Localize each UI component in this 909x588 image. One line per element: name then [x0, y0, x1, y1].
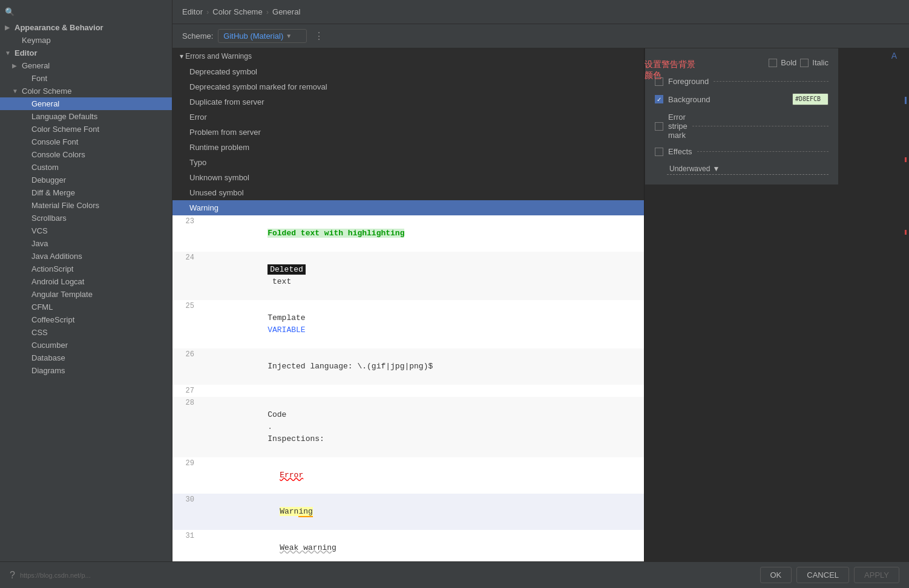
sidebar-item-label: Appearance & Behavior — [15, 23, 103, 32]
preview-code: 23 Folded text with highlighting 24 Dele… — [172, 215, 644, 561]
sidebar-item-diff-merge[interactable]: Diff & Merge — [0, 186, 172, 199]
list-item-deprecated-symbol-removal[interactable]: Deprecated symbol marked for removal — [172, 79, 644, 94]
status-url: https://blog.csdn.net/p... — [20, 572, 91, 579]
code-line-27: 27 — [172, 385, 644, 397]
list-item-problem-from-server[interactable]: Problem from server — [172, 125, 644, 140]
list-item-runtime-problem[interactable]: Runtime problem — [172, 140, 644, 155]
bold-checkbox[interactable] — [769, 59, 777, 67]
sidebar-item-label: CSS — [31, 328, 48, 337]
bold-wrap: Bold — [769, 58, 796, 67]
sidebar-item-language-defaults[interactable]: Language Defaults — [0, 110, 172, 123]
line-content: Weak warning — [202, 530, 639, 561]
line-number: 27 — [177, 385, 194, 397]
sidebar-item-scrollbars[interactable]: Scrollbars — [0, 212, 172, 224]
sidebar-item-custom[interactable]: Custom — [0, 161, 172, 174]
list-item-unused-symbol[interactable]: Unused symbol — [172, 185, 644, 200]
sidebar-item-java-additions[interactable]: Java Additions — [0, 250, 172, 263]
foreground-divider — [714, 81, 829, 82]
list-item-typo[interactable]: Typo — [172, 155, 644, 170]
sidebar-item-actionscript[interactable]: ActionScript — [0, 263, 172, 275]
help-icon[interactable]: ? — [10, 570, 15, 581]
sidebar-item-keymap[interactable]: Keymap — [0, 34, 172, 47]
sidebar-item-label: Java — [31, 239, 48, 248]
bottom-left: ? https://blog.csdn.net/p... — [10, 570, 91, 581]
code-line-23: 23 Folded text with highlighting — [172, 215, 644, 252]
sidebar-item-editor[interactable]: ▼ Editor — [0, 47, 172, 59]
sidebar-item-cucumber[interactable]: Cucumber — [0, 339, 172, 351]
foreground-checkbox[interactable] — [655, 77, 663, 86]
sidebar-item-appearance[interactable]: ▶ Appearance & Behavior — [0, 21, 172, 34]
list-item-warning[interactable]: Warning — [172, 200, 644, 215]
right-panel-top: Bold Italic — [655, 58, 829, 67]
section-header-label: ▾ Errors and Warnings — [180, 52, 252, 60]
background-checkbox[interactable] — [655, 95, 663, 103]
code-line-25: 25 Template VARIABLE — [172, 300, 644, 348]
error-stripe-checkbox[interactable] — [655, 122, 663, 131]
list-item-label: Error — [189, 113, 207, 122]
line-number: 25 — [177, 300, 194, 312]
list-item-error[interactable]: Error — [172, 109, 644, 125]
variable-text: VARIABLE — [267, 325, 305, 335]
sidebar-item-coffeescript[interactable]: CoffeeScript — [0, 313, 172, 326]
sidebar-item-label: Scrollbars — [31, 214, 67, 223]
scheme-dropdown[interactable]: GitHub (Material) ▼ — [218, 29, 307, 43]
code-text: Code — [267, 410, 286, 419]
sidebar-item-label: Color Scheme Font — [31, 125, 99, 134]
effects-checkbox[interactable] — [655, 148, 663, 156]
sidebar-item-database[interactable]: Database — [0, 351, 172, 364]
effects-dropdown[interactable]: Underwaved ▼ — [667, 163, 829, 175]
cancel-button[interactable]: CANCEL — [796, 567, 849, 583]
scheme-menu-icon[interactable]: ⋮ — [312, 29, 326, 43]
list-item-duplicate-from-server[interactable]: Duplicate from server — [172, 94, 644, 109]
line-content: Code . Inspections: — [202, 397, 639, 457]
sidebar-item-label: ActionScript — [31, 264, 73, 273]
sidebar-item-label: Console Colors — [31, 150, 85, 159]
background-row: Background #D8EFCB — [655, 93, 829, 105]
list-item-label: Deprecated symbol — [189, 67, 257, 76]
code-line-28: 28 Code . Inspections: — [172, 397, 644, 457]
sidebar-item-label: VCS — [31, 226, 48, 235]
search-icon: 🔍 — [5, 7, 15, 16]
code-text: Folded text with highlighting — [267, 229, 404, 238]
background-color-swatch[interactable]: #D8EFCB — [792, 93, 829, 105]
sidebar-item-diagrams[interactable]: Diagrams — [0, 364, 172, 377]
list-item-label: Problem from server — [189, 128, 261, 137]
list-section-header[interactable]: ▾ Errors and Warnings — [172, 48, 644, 64]
sidebar-item-debugger[interactable]: Debugger — [0, 174, 172, 186]
list-item-deprecated-symbol[interactable]: Deprecated symbol — [172, 64, 644, 79]
list-item-unknown-symbol[interactable]: Unknown symbol — [172, 170, 644, 185]
sidebar-item-android-logcat[interactable]: Android Logcat — [0, 275, 172, 288]
scrollbar-area[interactable] — [902, 85, 909, 561]
chevron-right-icon: ▶ — [12, 62, 19, 69]
sidebar-item-material-file-colors[interactable]: Material File Colors — [0, 199, 172, 212]
code-text: Injected language: \.(gif|jpg|png)$ — [267, 362, 433, 371]
sidebar-item-cfml[interactable]: CFML — [0, 301, 172, 313]
apply-button[interactable]: APPLY — [854, 567, 899, 583]
scrollbar-indicator-blue — [905, 97, 907, 104]
line-content: Folded text with highlighting — [202, 215, 639, 252]
ok-button[interactable]: OK — [760, 567, 792, 583]
char-indicator: A — [891, 51, 897, 60]
italic-checkbox[interactable] — [800, 59, 809, 67]
sidebar-item-console-colors[interactable]: Console Colors — [0, 148, 172, 161]
list-item-label: Duplicate from server — [189, 97, 264, 106]
sidebar-item-vcs[interactable]: VCS — [0, 224, 172, 237]
sidebar-item-label: CFML — [31, 302, 53, 312]
sidebar-item-general[interactable]: ▶ General — [0, 59, 172, 72]
sidebar-item-color-scheme-font[interactable]: Color Scheme Font — [0, 123, 172, 136]
sidebar-item-console-font[interactable]: Console Font — [0, 136, 172, 148]
list-item-label: Unknown symbol — [189, 173, 249, 182]
sidebar-item-color-scheme[interactable]: ▼ Color Scheme — [0, 85, 172, 97]
line-number: 23 — [177, 215, 194, 227]
sidebar-item-angular-template[interactable]: Angular Template — [0, 288, 172, 301]
sidebar-item-java[interactable]: Java — [0, 237, 172, 250]
sidebar-item-css[interactable]: CSS — [0, 326, 172, 339]
warning-text: Warn — [280, 507, 298, 516]
line-content: Template VARIABLE — [202, 300, 639, 348]
sidebar-item-font[interactable]: Font — [0, 72, 172, 85]
sidebar-item-label: Material File Colors — [31, 201, 99, 210]
line-number: 30 — [177, 494, 194, 506]
line-number: 29 — [177, 457, 194, 469]
sidebar-item-general-active[interactable]: General — [0, 97, 172, 110]
breadcrumb: Editor › Color Scheme › General — [182, 7, 300, 16]
